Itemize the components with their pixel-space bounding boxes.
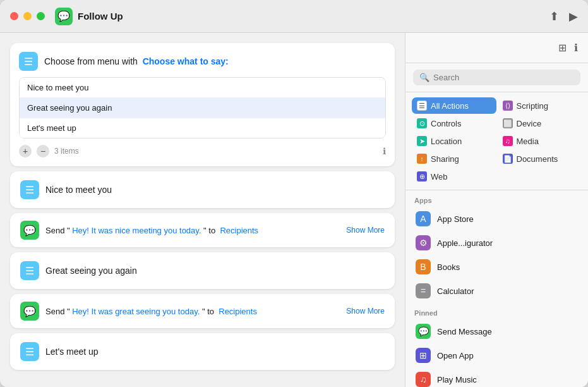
actions-panel: ⊞ ℹ 🔍 ☰ All Actions ⟨⟩ Scripting: [405, 33, 588, 387]
apps-section-label: Apps: [411, 190, 583, 207]
action-app-store[interactable]: A App Store: [411, 207, 583, 231]
all-actions-icon: ☰: [417, 101, 427, 111]
action-open-app[interactable]: ⊞ Open App: [411, 343, 583, 367]
send-text-1: Send " Hey! It was nice meeting you toda…: [45, 226, 340, 235]
app-title: Follow Up: [78, 11, 123, 22]
open-app-icon: ⊞: [416, 348, 431, 363]
section-lets-meet: ☰ Let's meet up: [10, 333, 395, 370]
search-bar: 🔍: [405, 63, 588, 92]
send-card-1: 💬 Send " Hey! It was nice meeting you to…: [10, 213, 395, 247]
titlebar-center: 💬 Follow Up: [55, 8, 549, 25]
category-grid: ☰ All Actions ⟨⟩ Scripting ⊙ Controls ⬜ …: [405, 92, 588, 190]
workflow-panel[interactable]: ☰ Choose from menu with Choose what to s…: [0, 33, 405, 387]
section-label-2: Great seeing you again: [45, 266, 137, 276]
choose-menu-link[interactable]: Choose what to say:: [143, 56, 229, 66]
remove-item-button[interactable]: −: [37, 145, 49, 157]
menu-items-list: Nice to meet you Great seeing you again …: [19, 77, 386, 138]
category-media[interactable]: ♫ Media: [498, 133, 582, 149]
section-card-icon-1: ☰: [20, 180, 39, 199]
titlebar-right-icons: ⬆ ▶: [549, 9, 578, 23]
menu-item-3[interactable]: Let's meet up: [20, 118, 385, 138]
search-wrapper: 🔍: [413, 70, 580, 85]
send-card-2: 💬 Send " Hey! It was great seeing you to…: [10, 294, 395, 328]
app-icon: 💬: [55, 8, 73, 25]
share-button[interactable]: ⬆: [549, 9, 559, 23]
scripting-icon: ⟨⟩: [503, 101, 513, 111]
app-store-icon: A: [416, 211, 431, 226]
actions-list[interactable]: Apps A App Store ⚙ Apple...igurator B Bo…: [405, 190, 588, 387]
category-location[interactable]: ➤ Location: [412, 133, 496, 149]
traffic-lights: [10, 12, 45, 20]
category-scripting[interactable]: ⟨⟩ Scripting: [498, 97, 582, 114]
send-recipient-2[interactable]: Recipients: [219, 307, 257, 316]
section-label-1: Nice to meet you: [45, 185, 112, 195]
action-play-music[interactable]: ♫ Play Music: [411, 367, 583, 387]
minimize-button[interactable]: [23, 12, 32, 20]
choose-menu-card: ☰ Choose from menu with Choose what to s…: [10, 43, 395, 166]
action-books[interactable]: B Books: [411, 255, 583, 279]
device-icon: ⬜: [503, 118, 513, 128]
category-sharing[interactable]: ↑ Sharing: [412, 150, 496, 167]
items-count: 3 items: [54, 147, 79, 156]
calculator-icon: =: [416, 283, 431, 298]
books-icon: B: [416, 259, 431, 274]
category-controls[interactable]: ⊙ Controls: [412, 115, 496, 132]
send-message-action-icon: 💬: [416, 324, 431, 339]
section-card-icon-2: ☰: [20, 261, 39, 280]
send-message-text-1: Hey! It was nice meeting you today.: [72, 226, 201, 235]
section-card-icon-3: ☰: [20, 342, 39, 361]
panel-top-icons: ⊞ ℹ: [405, 33, 588, 63]
media-icon: ♫: [503, 136, 513, 146]
run-button[interactable]: ▶: [569, 9, 578, 23]
titlebar: 💬 Follow Up ⬆ ▶: [0, 0, 588, 33]
panel-grid-button[interactable]: ⊞: [558, 42, 567, 54]
send-icon-2: 💬: [20, 302, 39, 321]
apple-configurator-icon: ⚙: [416, 235, 431, 250]
send-icon-1: 💬: [20, 221, 39, 240]
add-item-button[interactable]: +: [19, 145, 32, 157]
action-apple-configurator[interactable]: ⚙ Apple...igurator: [411, 231, 583, 255]
choose-menu-title: Choose from menu with Choose what to say…: [44, 56, 229, 66]
category-device[interactable]: ⬜ Device: [498, 115, 582, 132]
search-icon: 🔍: [419, 73, 429, 82]
fullscreen-button[interactable]: [37, 12, 45, 20]
category-web[interactable]: ⊕ Web: [412, 168, 496, 185]
panel-info-button[interactable]: ℹ: [574, 42, 578, 54]
main-content: ☰ Choose from menu with Choose what to s…: [0, 33, 588, 387]
card-footer: + − 3 items ℹ: [19, 145, 386, 157]
category-documents[interactable]: 📄 Documents: [498, 150, 582, 167]
menu-item-2[interactable]: Great seeing you again: [20, 98, 385, 118]
choose-menu-header: ☰ Choose from menu with Choose what to s…: [19, 52, 386, 71]
action-calculator[interactable]: = Calculator: [411, 279, 583, 303]
play-music-icon: ♫: [416, 372, 431, 387]
menu-item-1[interactable]: Nice to meet you: [20, 78, 385, 98]
show-more-button-1[interactable]: Show More: [346, 226, 385, 235]
send-recipient-1[interactable]: Recipients: [220, 226, 258, 235]
web-icon: ⊕: [417, 171, 427, 181]
category-all-actions[interactable]: ☰ All Actions: [412, 97, 496, 114]
send-message-text-2: Hey! It was great seeing you today.: [72, 307, 200, 316]
section-great-seeing: ☰ Great seeing you again: [10, 252, 395, 289]
search-input[interactable]: [433, 73, 574, 82]
sharing-icon: ↑: [417, 154, 427, 164]
section-label-3: Let's meet up: [45, 347, 99, 357]
controls-icon: ⊙: [417, 118, 427, 128]
close-button[interactable]: [10, 12, 18, 20]
action-send-message[interactable]: 💬 Send Message: [411, 319, 583, 343]
section-nice-to-meet: ☰ Nice to meet you: [10, 171, 395, 208]
location-icon: ➤: [417, 136, 427, 146]
pinned-section-label: Pinned: [411, 303, 583, 319]
send-text-2: Send " Hey! It was great seeing you toda…: [45, 307, 340, 316]
show-more-button-2[interactable]: Show More: [346, 307, 385, 316]
choose-menu-icon: ☰: [19, 52, 38, 71]
info-icon[interactable]: ℹ: [383, 146, 386, 156]
documents-icon: 📄: [503, 154, 513, 164]
main-window: 💬 Follow Up ⬆ ▶ ☰ Choose from menu with …: [0, 0, 588, 387]
